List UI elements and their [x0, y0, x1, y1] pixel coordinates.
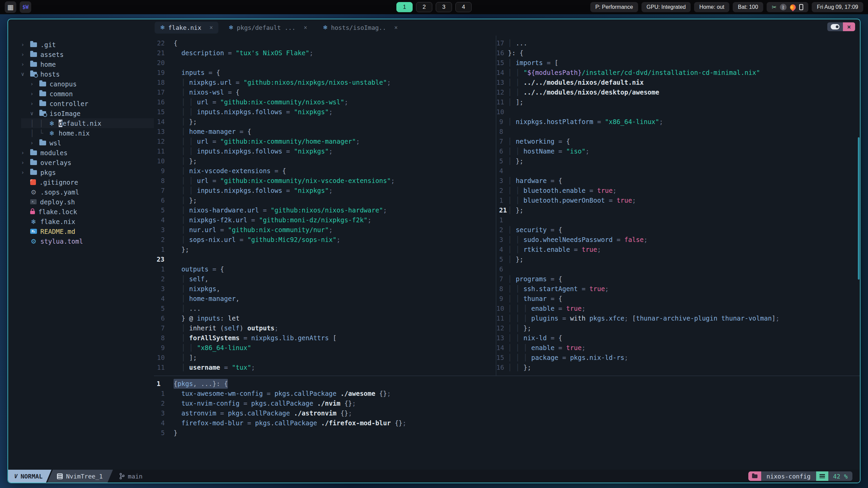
chevron-right-icon[interactable]: ›: [21, 61, 30, 67]
nix-icon: ❄: [48, 129, 55, 137]
tree-item-common[interactable]: ›common: [21, 89, 154, 99]
tree-item-flake.nix[interactable]: ❄flake.nix: [21, 217, 154, 226]
scrollbar-thumb[interactable]: [858, 137, 860, 280]
tree-item-modules[interactable]: ›modules: [21, 148, 154, 158]
editor-flake-nix[interactable]: 22{21 description = "tux's NixOS Flake";…: [154, 36, 496, 375]
tree-item-.git[interactable]: ›.git: [21, 40, 154, 49]
line-number: 17: [496, 38, 508, 48]
status-pill[interactable]: Home: out: [694, 2, 729, 12]
code-line: 12│ │ ../../modules/nixos/desktop/awesom…: [496, 87, 860, 97]
line-number: 4: [154, 215, 174, 225]
editor-isoimage-default-nix[interactable]: 17│ ...16}: {15│ imports = [14│ │ "${mod…: [496, 36, 860, 375]
tab-close-icon[interactable]: ×: [210, 24, 213, 31]
status-pill[interactable]: GPU: Integrated: [642, 2, 691, 12]
tree-item-default.nix[interactable]: ││❄default.nix: [21, 118, 154, 128]
workspace-4[interactable]: 4: [455, 2, 472, 12]
chevron-right-icon[interactable]: ›: [21, 149, 30, 156]
code-line: 13│ │ ../../modules/nixos/default.nix: [496, 78, 860, 87]
code-line: 4│ │ rtkit.enable = true;: [496, 245, 860, 255]
code-line: 22{: [154, 38, 496, 48]
workspace-3[interactable]: 3: [436, 2, 452, 12]
code-text: │ };: [174, 196, 197, 205]
chevron-right-icon[interactable]: ›: [21, 41, 30, 48]
project-icon-segment: [748, 471, 761, 481]
close-button[interactable]: ×: [843, 22, 855, 31]
flame-icon[interactable]: [789, 3, 797, 11]
tree-item-.gitignore[interactable]: .gitignore: [21, 177, 154, 187]
folder-icon: [39, 82, 46, 86]
folder-icon: [30, 170, 37, 175]
workspace-2[interactable]: 2: [416, 2, 432, 12]
line-number: 20: [154, 58, 174, 68]
editor-pkgs-default-nix[interactable]: 1{pkgs, ...}: {1 tux-awesome-wm-config =…: [154, 376, 860, 470]
branch-label: main: [128, 473, 142, 480]
tree-item-canopus[interactable]: ›canopus: [21, 79, 154, 89]
tree-item-assets[interactable]: ›assets: [21, 49, 154, 59]
tab-hosts/isoImag..[interactable]: ❄hosts/isoImag..×: [317, 22, 403, 34]
chevron-right-icon[interactable]: ›: [30, 140, 39, 146]
tree-item-label: controller: [50, 100, 88, 107]
clock[interactable]: Fri Aug 09, 17:09: [812, 2, 863, 12]
tree-item-stylua.toml[interactable]: ⚙stylua.toml: [21, 236, 154, 246]
tree-item-README.md[interactable]: M↓README.md: [21, 226, 154, 236]
tab-close-icon[interactable]: ×: [394, 24, 398, 31]
line-number: 8: [496, 127, 508, 137]
code-line: 21│ };: [496, 205, 860, 215]
code-line: 4 │ home-manager,: [154, 294, 496, 304]
status-pill[interactable]: P: Performance: [590, 2, 638, 12]
code-line: 15│ │ │ package = pkgs.nix-ld-rs;: [496, 353, 860, 363]
tree-item-.sops.yaml[interactable]: ⚙.sops.yaml: [21, 187, 154, 197]
chevron-right-icon[interactable]: ›: [21, 51, 30, 58]
line-number: 15: [496, 58, 508, 68]
chevron-right-icon[interactable]: ›: [30, 100, 39, 107]
chevron-right-icon[interactable]: ›: [30, 90, 39, 97]
tree-item-isoImage[interactable]: ∨isoImage: [21, 108, 154, 118]
line-number: 7: [154, 323, 174, 333]
toggle-button[interactable]: [827, 22, 843, 31]
tab-close-icon[interactable]: ×: [304, 24, 307, 31]
code-text: │ │ url = "github:nix-community/nix-vsco…: [174, 176, 395, 186]
code-text: │ home-manager = {: [174, 127, 251, 137]
tree-item-wsl[interactable]: ›wsl: [21, 138, 154, 148]
tree-item-home.nix[interactable]: │└❄home.nix: [21, 128, 154, 138]
tree-item-pkgs[interactable]: ›pkgs: [21, 167, 154, 177]
code-text: │ home-manager,: [174, 294, 240, 304]
line-number: 2: [154, 274, 174, 284]
chevron-right-icon[interactable]: ›: [21, 159, 30, 166]
terminal-app-icon[interactable]: $W: [20, 1, 31, 13]
tree-item-deploy.sh[interactable]: >_deploy.sh: [21, 197, 154, 207]
tab-flake.nix[interactable]: ❄flake.nix×: [155, 22, 218, 34]
line-number: 12: [496, 323, 508, 333]
phone-icon[interactable]: [799, 4, 803, 10]
chevron-down-icon[interactable]: ∨: [21, 71, 30, 77]
code-line: 11│ ];: [496, 97, 860, 107]
tree-item-flake.lock[interactable]: flake.lock: [21, 207, 154, 217]
line-number: 5: [154, 428, 174, 438]
system-bar: ▦ $W 1234 P: PerformanceGPU: IntegratedH…: [0, 0, 868, 14]
chevron-right-icon[interactable]: ›: [21, 169, 30, 176]
code-text: │ inherit (self) outputs;: [174, 323, 278, 333]
chevron-right-icon[interactable]: ›: [30, 81, 39, 87]
status-pill[interactable]: Bat: 100: [733, 2, 763, 12]
tab-pkgs/default ...[interactable]: ❄pkgs/default ...×: [223, 22, 313, 34]
tree-item-overlays[interactable]: ›overlays: [21, 158, 154, 167]
tree-item-home[interactable]: ›home: [21, 59, 154, 69]
tree-item-label: deploy.sh: [40, 198, 75, 206]
tree-item-hosts[interactable]: ∨hosts: [21, 69, 154, 79]
apps-grid-icon[interactable]: ▦: [5, 1, 16, 13]
window-controls: ×: [827, 22, 855, 31]
bluetooth-icon[interactable]: ᛒ: [780, 4, 787, 11]
folder-open-icon: [39, 111, 46, 116]
tree-item-controller[interactable]: ›controller: [21, 99, 154, 108]
code-line: 16}: {: [496, 48, 860, 58]
line-number: 10: [154, 156, 174, 166]
line-number: 23: [154, 255, 174, 264]
code-text: description = "tux's NixOS Flake";: [174, 48, 313, 58]
nvim-tree[interactable]: ›.git›assets›home∨hosts›canopus›common›c…: [8, 36, 154, 470]
tree-item-label: modules: [40, 149, 67, 157]
folder-open-icon: [30, 72, 37, 77]
chevron-down-icon[interactable]: ∨: [30, 110, 39, 117]
folder-icon: [752, 474, 757, 478]
scissors-icon[interactable]: ✂: [772, 4, 776, 11]
workspace-1[interactable]: 1: [396, 2, 413, 12]
